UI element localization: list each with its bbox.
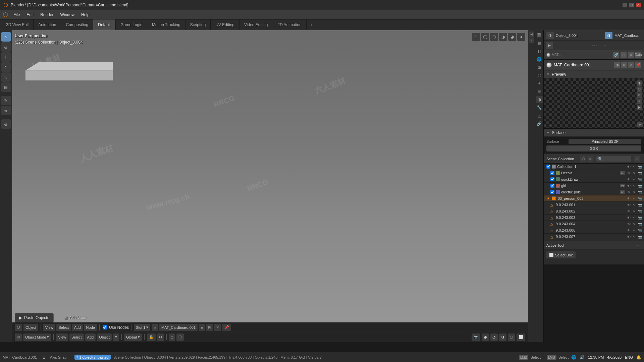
tab-motiontracking[interactable]: Motion Tracking: [147, 19, 185, 30]
tab-scripting[interactable]: Scripting: [185, 19, 211, 30]
select-box-button[interactable]: ⬜ Select Box: [546, 251, 576, 258]
9243007-render-btn[interactable]: 📷: [637, 234, 642, 239]
prop-toolbar-btn1[interactable]: ▶: [546, 42, 553, 49]
vp-snap-btn[interactable]: 🔒: [147, 334, 156, 341]
paste-objects-button[interactable]: ▶ Paste Objects: [15, 313, 54, 322]
mat-browse-btn[interactable]: ◑: [614, 62, 620, 68]
tool-annotate[interactable]: ✎: [1, 96, 11, 105]
9243001-render-btn[interactable]: 📷: [637, 202, 642, 207]
9243007-sel-btn[interactable]: ↖: [632, 234, 637, 239]
mat-new2-btn[interactable]: ⊕: [621, 62, 627, 68]
vp2-node-btn[interactable]: Node: [84, 324, 97, 331]
9243004-sel-btn[interactable]: ↖: [632, 222, 637, 226]
outliner-item-collection1[interactable]: Collection 1 👁 ↖ 📷: [544, 164, 644, 170]
preview-bottom-btn[interactable]: ↻: [637, 122, 643, 127]
vp-object-btn[interactable]: Object: [97, 334, 112, 341]
vp-shading2-btn[interactable]: ⬡: [176, 334, 184, 341]
decals-vis-check[interactable]: [550, 171, 554, 175]
menu-edit[interactable]: Edit: [24, 11, 36, 18]
vp2-mat-pin[interactable]: 📌: [222, 324, 231, 331]
menu-window[interactable]: Window: [57, 11, 77, 18]
9243002-sel-btn[interactable]: ↖: [632, 209, 637, 214]
col1-render-btn[interactable]: 📷: [637, 164, 642, 169]
vp2-shader-icon[interactable]: ○: [152, 324, 158, 331]
qd-sel-btn[interactable]: ↖: [632, 177, 637, 182]
vp2-mat-browse[interactable]: ≡: [199, 324, 205, 331]
9243003-render-btn[interactable]: 📷: [637, 215, 642, 220]
prop-tab-world[interactable]: ◕: [536, 64, 543, 71]
mat-del-btn[interactable]: ✕: [628, 52, 634, 58]
9243003-sel-btn[interactable]: ↖: [632, 215, 637, 220]
outliner-item-girl[interactable]: girl V₆ 👁 ↖ 📷: [544, 183, 644, 189]
mat-data-btn[interactable]: Data: [635, 52, 641, 58]
vp-shading1-btn[interactable]: □: [169, 334, 175, 341]
use-nodes-checkbox[interactable]: [103, 325, 107, 329]
tab-gamelogic[interactable]: Game Logic: [116, 19, 147, 30]
menu-file[interactable]: File: [11, 11, 22, 18]
girl-eye-btn[interactable]: 👁: [627, 183, 631, 188]
vp-camera-btn[interactable]: 📷: [472, 334, 480, 341]
prop-tab-physics[interactable]: ≋: [536, 88, 543, 95]
9243002-eye-btn[interactable]: 👁: [627, 209, 631, 214]
9243006-render-btn[interactable]: 📷: [637, 228, 642, 233]
outliner-item-9243001[interactable]: △ 9.0.243.001 👁 ↖ 📷: [544, 202, 644, 208]
person003-sel-btn[interactable]: ↖: [632, 196, 637, 201]
vp2-add-btn[interactable]: Add: [72, 324, 83, 331]
decals-eye-btn[interactable]: 👁: [627, 171, 631, 175]
outliner-item-9243007[interactable]: △ 9.0.243.007 👁 ↖ 📷: [544, 234, 644, 240]
vp-extra-btn[interactable]: ▾: [113, 334, 119, 341]
vp-wireframe-btn[interactable]: ⬜: [517, 334, 525, 341]
vp2-mat-copy[interactable]: ⎘: [206, 324, 213, 331]
tool-move[interactable]: ✛: [1, 52, 11, 62]
outliner-item-person003[interactable]: ▼ 03_person_003 👁 ↖ 📷: [544, 195, 644, 202]
tab-3dviewfull[interactable]: 3D View Full: [1, 19, 34, 30]
mat-del2-btn[interactable]: ✕: [628, 62, 634, 68]
9243002-render-btn[interactable]: 📷: [637, 209, 642, 214]
9243004-render-btn[interactable]: 📷: [637, 222, 642, 226]
person003-render-btn[interactable]: 📷: [637, 196, 642, 201]
prop-mat-icon-btn[interactable]: ◑: [605, 32, 612, 39]
9243001-eye-btn[interactable]: 👁: [627, 202, 631, 207]
tab-animation[interactable]: Animation: [34, 19, 61, 30]
prop-tab-view[interactable]: ◧: [536, 48, 543, 55]
vp-view-btn[interactable]: View: [56, 334, 68, 341]
viewport-shading-render[interactable]: ●: [517, 33, 525, 41]
outliner-item-9243004[interactable]: △ 9.0.243.004 👁 ↖ 📷: [544, 221, 644, 227]
outliner-view-btn[interactable]: ≡: [587, 156, 593, 162]
prop-tab-render[interactable]: 🎬: [536, 32, 543, 39]
col1-eye-btn[interactable]: 👁: [627, 164, 631, 169]
girl-sel-btn[interactable]: ↖: [632, 183, 637, 188]
tab-uvediting[interactable]: UV Editing: [211, 19, 239, 30]
tool-scale[interactable]: ⤡: [1, 72, 11, 82]
tab-2danimation[interactable]: 2D Animation: [273, 19, 307, 30]
preview-ctrl-1[interactable]: ◑: [637, 80, 642, 86]
viewport-shading-material[interactable]: ◕: [508, 33, 516, 41]
viewport-shading-wire[interactable]: ⬡: [490, 33, 498, 41]
9243007-eye-btn[interactable]: 👁: [627, 234, 631, 239]
ep-vis-check[interactable]: [550, 190, 554, 194]
viewport-overlay-btn[interactable]: ◯: [481, 33, 489, 41]
vp-render-mode-btn[interactable]: ◕: [482, 334, 489, 341]
vp2-select-btn[interactable]: Select: [56, 324, 71, 331]
vp2-mode-icon[interactable]: ⬡: [15, 324, 22, 331]
mat-copy-btn[interactable]: ⎘: [621, 52, 627, 58]
9243006-eye-btn[interactable]: 👁: [627, 228, 631, 233]
tool-add[interactable]: ⊕: [1, 119, 11, 129]
tool-measure[interactable]: ⇔: [1, 106, 11, 115]
prop-tab-scene[interactable]: 🌐: [536, 56, 543, 63]
ep-render-btn[interactable]: 📷: [637, 190, 642, 194]
girl-vis-check[interactable]: [550, 184, 554, 188]
prop-tab-constraints[interactable]: 🔗: [536, 120, 543, 127]
vp-proportional-btn[interactable]: ⊙: [157, 334, 164, 341]
prop-tab-output[interactable]: 🖥: [536, 40, 543, 47]
close-button[interactable]: ✕: [636, 3, 641, 7]
prop-tab-data[interactable]: △: [536, 112, 543, 119]
prop-tab-modifier[interactable]: 🔧: [536, 104, 543, 111]
vp2-mat-remove[interactable]: ✕: [214, 324, 221, 331]
preview-ctrl-3[interactable]: ⊙: [637, 93, 642, 98]
tool-cursor[interactable]: ⊕: [1, 42, 11, 52]
vp-select-btn[interactable]: Select: [69, 334, 84, 341]
outliner-item-9243002[interactable]: △ 9.0.243.002 👁 ↖ 📷: [544, 208, 644, 215]
viewport-shading-solid[interactable]: ◑: [499, 33, 507, 41]
prop-tab-object[interactable]: ⬡: [536, 72, 543, 79]
